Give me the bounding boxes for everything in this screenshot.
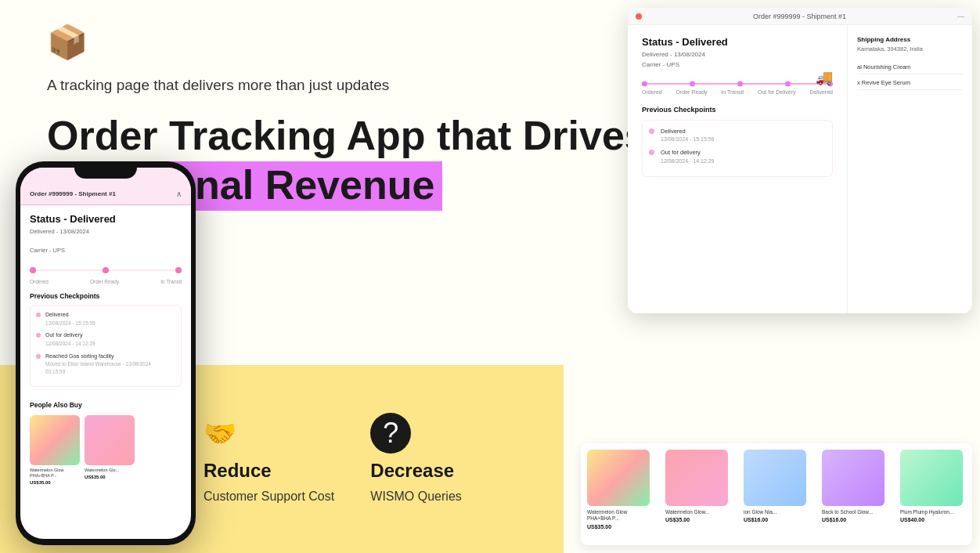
progress-labels: Ordered Order Ready In Transit Out for D…	[642, 89, 833, 95]
checkpoints-container: Delivered 13/08/2024 - 15:15:59 Out for …	[642, 120, 833, 178]
mobile-prev-checkpoints-label: Previous Checkpoints	[30, 292, 182, 300]
product-1: al Nourishing Cream	[857, 63, 963, 74]
feature-3-desc: WISMO Queries	[370, 488, 461, 505]
shipping-address-value: Karnataka, 394382, India	[857, 45, 963, 52]
mobile-progress	[30, 265, 182, 276]
cp-text-1: Delivered 13/08/2024 - 15:15:59	[661, 127, 715, 144]
label-order-ready: Order Ready	[676, 89, 707, 95]
mobile-products-list: Watermelon Glow PHA+BHA P... US$35.00 Wa…	[30, 415, 182, 485]
dp-name-2: Watermelon Glow...	[665, 509, 728, 515]
dp-price-1: US$35.00	[587, 524, 650, 530]
mob-cp-1: Delivered 13/08/2024 - 15:15:59	[36, 311, 175, 327]
desktop-titlebar: Order #999999 - Shipment #1 —	[628, 8, 972, 25]
feature-3-title: Decrease	[370, 460, 454, 482]
shipping-address-label: Shipping Address	[857, 36, 963, 43]
mob-cp-text-1: Delivered 13/08/2024 - 15:15:59	[45, 311, 95, 327]
mob-cp-text-3: Reached Goa sorting facility Moved to El…	[45, 352, 151, 376]
progress-dot-4	[785, 81, 791, 86]
mobile-mockup: Order #999999 - Shipment #1 ∧ Status - D…	[16, 161, 196, 545]
mob-product-name-2: Watermelon Glo...	[85, 468, 135, 473]
dp-price-2: US$35.00	[665, 517, 728, 522]
desktop-main-content: Status - Delivered Delivered - 13/08/202…	[628, 25, 847, 313]
desktop-carrier: Carrier - UPS	[642, 60, 833, 70]
label-in-transit: In Transit	[721, 89, 744, 95]
checkpoint-1: Delivered 13/08/2024 - 15:15:59	[649, 127, 826, 144]
desktop-products-strip: Watermelon Glow PHA+BHA P... US$35.00 Wa…	[581, 443, 972, 545]
dp-price-5: US$40.00	[900, 517, 963, 522]
mobile-delivered-date: Delivered - 13/08/2024	[30, 227, 182, 237]
progress-dot-1	[642, 81, 647, 86]
mob-product-1: Watermelon Glow PHA+BHA P... US$35.00	[30, 415, 80, 485]
mob-label-order-ready: Order Ready	[90, 279, 119, 284]
mob-dot-3	[175, 267, 182, 273]
mobile-also-buy: People Also Buy Watermelon Glow PHA+BHA …	[20, 395, 191, 485]
feature-wismo: ? Decrease WISMO Queries	[370, 413, 527, 505]
mob-cp-dot-1	[36, 313, 41, 317]
heading-line1: Order Tracking App that Drives	[47, 114, 647, 158]
close-button	[636, 13, 642, 20]
products-panel: al Nourishing Cream x Revive Eye Serum	[857, 63, 963, 90]
mob-label-in-transit: In Transit	[160, 279, 182, 284]
question-icon: ?	[370, 413, 411, 454]
mobile-carrier: Carrier - UPS	[30, 246, 182, 255]
mob-line-1	[36, 269, 103, 271]
previous-checkpoints-label: Previous Checkpoints	[642, 106, 833, 114]
label-out-for-delivery: Out for Delivery	[758, 89, 796, 95]
desktop-order-title: Order #999999 - Shipment #1	[646, 13, 953, 20]
mobile-main-content: Status - Delivered Delivered - 13/08/202…	[20, 205, 191, 395]
truck-icon: 🚚	[816, 69, 833, 86]
dp-price-4: US$16.00	[822, 517, 885, 522]
feature-2-title: Reduce	[204, 460, 272, 482]
cp-text-2: Out for delivery 12/08/2024 - 14:12:29	[661, 148, 715, 165]
mobile-progress-labels: Ordered Order Ready In Transit	[30, 279, 182, 284]
desktop-prod-3: ion Glow Nia... US$16.00	[744, 450, 806, 539]
progress-dot-3	[737, 81, 743, 86]
dp-img-3	[744, 450, 806, 506]
desktop-prod-2: Watermelon Glow... US$35.00	[665, 450, 728, 539]
mob-product-img-1	[30, 415, 80, 465]
mobile-order-title: Order #999999 - Shipment #1	[30, 190, 116, 197]
dp-img-5	[900, 450, 963, 506]
dp-img-4	[822, 450, 885, 506]
logo-area: 📦	[47, 22, 88, 63]
cp-dot-1	[649, 128, 654, 134]
desktop-prod-5: Plum Plump Hyaluron... US$40.00	[900, 450, 963, 539]
progress-dot-2	[690, 81, 695, 86]
progress-bar: 🚚	[642, 83, 833, 85]
logo-icon: 📦	[47, 22, 88, 63]
mob-cp-dot-2	[36, 333, 41, 338]
mob-dot-2	[103, 267, 109, 273]
dp-name-5: Plum Plump Hyaluron...	[900, 509, 963, 515]
feature-2-desc: Customer Support Cost	[204, 488, 334, 505]
mob-product-price-2: US$35.00	[85, 475, 135, 479]
desktop-delivered-date: Delivered - 13/08/2024	[642, 50, 833, 60]
mob-product-2: Watermelon Glo... US$35.00	[85, 415, 135, 485]
mob-line-2	[109, 269, 175, 271]
mobile-screen: Order #999999 - Shipment #1 ∧ Status - D…	[20, 168, 191, 539]
desktop-mockup: Order #999999 - Shipment #1 — Status - D…	[628, 8, 972, 313]
dp-img-1	[587, 450, 650, 506]
mob-dot-1	[30, 267, 36, 273]
mob-product-name-1: Watermelon Glow PHA+BHA P...	[30, 468, 80, 479]
cp-dot-2	[649, 150, 654, 155]
mob-cp-dot-3	[36, 354, 41, 359]
label-delivered: Delivered	[809, 89, 833, 95]
desktop-prod-4: Back to School Glow... US$16.00	[822, 450, 885, 539]
mob-cp-2: Out for delivery 12/08/2024 - 14:12:29	[36, 331, 175, 347]
desktop-status: Status - Delivered	[642, 36, 833, 48]
mob-product-price-1: US$35.00	[30, 480, 80, 485]
mobile-checkpoints: Delivered 13/08/2024 - 15:15:59 Out for …	[30, 305, 182, 387]
mob-product-img-2	[85, 415, 135, 465]
also-buy-label: People Also Buy	[30, 401, 182, 409]
dp-img-2	[665, 450, 728, 506]
product-2: x Revive Eye Serum	[857, 79, 963, 90]
checkpoint-2: Out for delivery 12/08/2024 - 14:12:29	[649, 148, 826, 165]
label-ordered: Ordered	[642, 89, 662, 95]
mob-cp-3: Reached Goa sorting facility Moved to El…	[36, 352, 175, 376]
dp-price-3: US$16.00	[744, 517, 806, 522]
chevron-up-icon: ∧	[176, 190, 182, 198]
dp-name-4: Back to School Glow...	[822, 509, 885, 515]
mob-label-ordered: Ordered	[30, 279, 49, 284]
mob-cp-text-2: Out for delivery 12/08/2024 - 14:12:29	[45, 331, 95, 347]
dp-name-1: Watermelon Glow PHA+BHA P...	[587, 509, 650, 522]
